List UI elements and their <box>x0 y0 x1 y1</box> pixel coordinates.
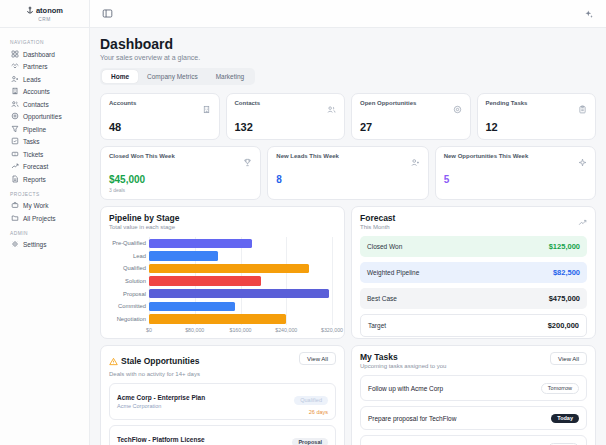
chart-category-label: Qualified <box>109 265 149 271</box>
forecast-subtitle: This Month <box>360 224 395 230</box>
x-tick-label: $0 <box>146 327 152 333</box>
chart-category-label: Lead <box>109 253 149 259</box>
target-icon <box>453 100 462 118</box>
sidebar-item-label: Reports <box>23 176 46 183</box>
weekly-cards-row: Closed Won This Week $45,000 3 deals New… <box>100 146 596 200</box>
sidebar-toggle-button[interactable] <box>100 7 114 21</box>
task-item[interactable]: Schedule demo with Horizon Labs Feb 25 <box>360 435 587 445</box>
app-logo: atonom CRM <box>0 0 89 28</box>
tasks-view-all-button[interactable]: View All <box>550 352 587 365</box>
sidebar-item-pipeline[interactable]: Pipeline <box>8 123 81 136</box>
sidebar-item-all-projects[interactable]: All Projects <box>8 212 81 225</box>
tasks-title: My Tasks <box>360 352 446 362</box>
forecast-value: $200,000 <box>548 321 579 330</box>
briefcase-icon <box>11 201 19 210</box>
logo-subtext: CRM <box>38 17 50 22</box>
chart-category-label: Proposal <box>109 291 149 297</box>
sidebar-item-tickets[interactable]: Tickets <box>8 148 81 161</box>
task-due-badge: Today <box>551 414 579 423</box>
stat-value: 5 <box>444 174 587 185</box>
chart-bar-row: Qualified <box>109 262 336 275</box>
task-item[interactable]: Prepare proposal for TechFlow Today <box>360 406 587 430</box>
sidebar-item-label: Partners <box>23 63 48 70</box>
app-window: atonom CRM Navigation Dashboard Partners… <box>0 0 606 445</box>
document-icon <box>11 175 19 184</box>
logo-text: atonom <box>36 6 63 15</box>
sparkles-icon-button[interactable] <box>582 7 596 21</box>
sidebar-item-label: Opportunities <box>23 113 62 120</box>
nav-section-label: Projects <box>10 192 81 197</box>
forecast-row-closed-won: Closed Won $125,000 <box>360 236 587 257</box>
sidebar-item-forecast[interactable]: Forecast <box>8 161 81 174</box>
stat-value: $45,000 <box>109 174 252 185</box>
stale-subtitle: Deals with no activity for 14+ days <box>109 371 200 377</box>
sidebar-item-leads[interactable]: Leads <box>8 73 81 86</box>
pipeline-by-stage-card: Pipeline by Stage Total value in each st… <box>100 206 345 339</box>
forecast-value: $475,000 <box>549 294 580 303</box>
chart-bar-row: Committed <box>109 300 336 313</box>
stale-opportunities-card: Stale Opportunities Deals with no activi… <box>100 345 345 445</box>
sidebar-item-label: Settings <box>23 241 47 248</box>
stat-label: Accounts <box>109 100 136 106</box>
new-leads-week-card: New Leads This Week 8 <box>267 146 428 200</box>
tab-home[interactable]: Home <box>102 70 138 83</box>
sidebar-item-tasks[interactable]: Tasks <box>8 136 81 149</box>
stale-deal-item[interactable]: Acme Corp - Enterprise Plan Acme Corpora… <box>109 383 336 420</box>
forecast-row-target: Target $200,000 <box>360 314 587 337</box>
sidebar-item-label: Contacts <box>23 101 49 108</box>
sidebar-item-label: Pipeline <box>23 126 46 133</box>
task-item[interactable]: Follow up with Acme Corp Tomorrow <box>360 375 587 401</box>
pipeline-chart: Pre-QualifiedLeadQualifiedSolutionPropos… <box>109 237 336 325</box>
task-name: Follow up with Acme Corp <box>368 385 443 392</box>
users-icon <box>11 100 19 109</box>
building-icon <box>202 100 211 118</box>
sidebar-item-partners[interactable]: Partners <box>8 61 81 74</box>
sidebar-item-label: My Work <box>23 202 49 209</box>
sidebar-item-opportunities[interactable]: Opportunities <box>8 111 81 124</box>
main-area: Dashboard Your sales overview at a glanc… <box>90 0 606 445</box>
new-opportunities-week-card: New Opportunities This Week 5 <box>435 146 596 200</box>
stat-subtext: 3 deals <box>109 187 252 193</box>
forecast-value: $125,000 <box>549 242 580 251</box>
chart-bar <box>149 251 218 261</box>
stale-view-all-button[interactable]: View All <box>299 352 336 365</box>
sidebar-item-label: Leads <box>23 76 41 83</box>
forecast-row-weighted-pipeline: Weighted Pipeline $82,500 <box>360 262 587 283</box>
chart-category-label: Solution <box>109 278 149 284</box>
nav-section-label: Admin <box>10 231 81 236</box>
stat-label: Closed Won This Week <box>109 153 175 159</box>
stat-card-open-opportunities: Open Opportunities 27 <box>351 93 471 140</box>
chart-bar-row: Lead <box>109 250 336 263</box>
stage-badge: Proposal <box>292 438 328 445</box>
x-tick-label: $80,000 <box>185 327 204 333</box>
stale-deal-item[interactable]: TechFlow - Platform License TechFlow Sol… <box>109 425 336 445</box>
sidebar-item-accounts[interactable]: Accounts <box>8 86 81 99</box>
check-square-icon <box>11 137 19 146</box>
sidebar-item-reports[interactable]: Reports <box>8 173 81 186</box>
deal-company: Acme Corporation <box>117 403 205 409</box>
sidebar-item-my-work[interactable]: My Work <box>8 200 81 213</box>
sidebar-item-contacts[interactable]: Contacts <box>8 98 81 111</box>
task-due-badge: Tomorrow <box>541 383 579 394</box>
target-icon <box>11 112 19 121</box>
sidebar-item-settings[interactable]: Settings <box>8 239 81 252</box>
stat-card-accounts: Accounts 48 <box>100 93 220 140</box>
tab-marketing[interactable]: Marketing <box>207 70 254 83</box>
deal-name: TechFlow - Platform License <box>117 436 205 443</box>
stat-card-pending-tasks: Pending Tasks 12 <box>477 93 597 140</box>
chart-bar <box>149 289 329 299</box>
dashboard-content: Dashboard Your sales overview at a glanc… <box>90 28 606 445</box>
x-tick-label: $240,000 <box>275 327 297 333</box>
user-plus-icon <box>11 75 19 84</box>
stat-value: 8 <box>276 174 419 185</box>
sidebar-item-dashboard[interactable]: Dashboard <box>8 48 81 61</box>
nav-section-label: Navigation <box>10 40 81 45</box>
stat-card-contacts: Contacts 132 <box>226 93 346 140</box>
dashboard-icon <box>11 50 19 59</box>
pipeline-rows: Pre-QualifiedLeadQualifiedSolutionPropos… <box>109 237 336 325</box>
trend-icon <box>11 162 19 171</box>
stat-label: Contacts <box>235 100 261 106</box>
tab-company-metrics[interactable]: Company Metrics <box>138 70 207 83</box>
forecast-title: Forecast <box>360 213 395 223</box>
sidebar-item-label: Forecast <box>23 163 48 170</box>
